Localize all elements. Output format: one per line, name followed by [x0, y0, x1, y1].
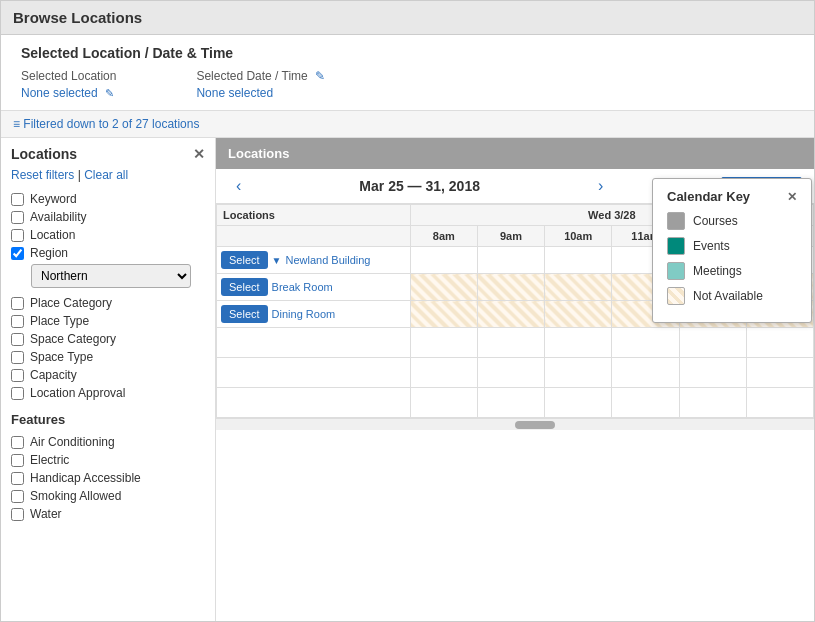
- filter-place-type: Place Type: [11, 314, 205, 328]
- empty-row: [217, 328, 814, 358]
- break-room-link[interactable]: Break Room: [272, 281, 333, 293]
- group-cell: Select ▼ Newland Building: [217, 247, 411, 274]
- avail-cell: [545, 247, 612, 274]
- region-checkbox[interactable]: [11, 247, 24, 260]
- location-cell: Select Dining Room: [217, 301, 411, 328]
- loc-spacer: [217, 226, 411, 247]
- filter-capacity: Capacity: [11, 368, 205, 382]
- features-section: Features Air Conditioning Electric Handi…: [11, 412, 205, 521]
- filter-icon: ≡: [13, 117, 20, 131]
- time-10am: 10am: [545, 226, 612, 247]
- space-type-checkbox[interactable]: [11, 351, 24, 364]
- space-type-label: Space Type: [30, 350, 93, 364]
- empty-row: [217, 388, 814, 418]
- dining-room-link[interactable]: Dining Room: [272, 308, 336, 320]
- meetings-label: Meetings: [693, 264, 742, 278]
- selected-datetime-label: Selected Date / Time ✎: [196, 69, 325, 83]
- courses-label: Courses: [693, 214, 738, 228]
- location-approval-checkbox[interactable]: [11, 387, 24, 400]
- availability-label: Availability: [30, 210, 86, 224]
- filter-links: Reset filters | Clear all: [11, 168, 205, 182]
- popup-close-button[interactable]: ✕: [787, 190, 797, 204]
- selected-location-group: Selected Location None selected ✎: [21, 69, 116, 100]
- select-breakroom-button[interactable]: Select: [221, 278, 268, 296]
- filter-place-category: Place Category: [11, 296, 205, 310]
- clear-all-link[interactable]: Clear all: [84, 168, 128, 182]
- air-conditioning-label: Air Conditioning: [30, 435, 115, 449]
- select-newland-button[interactable]: Select: [221, 251, 268, 269]
- meetings-swatch: [667, 262, 685, 280]
- feature-smoking: Smoking Allowed: [11, 489, 205, 503]
- place-type-checkbox[interactable]: [11, 315, 24, 328]
- place-category-checkbox[interactable]: [11, 297, 24, 310]
- horizontal-scrollbar[interactable]: [216, 418, 814, 430]
- smoking-label: Smoking Allowed: [30, 489, 121, 503]
- filter-availability: Availability: [11, 210, 205, 224]
- filter-space-type: Space Type: [11, 350, 205, 364]
- feature-air-conditioning: Air Conditioning: [11, 435, 205, 449]
- time-8am: 8am: [410, 226, 477, 247]
- next-week-button[interactable]: ›: [590, 177, 611, 195]
- selected-location-bar: Selected Location / Date & Time Selected…: [1, 35, 814, 111]
- filter-bar: ≡ Filtered down to 2 of 27 locations: [1, 111, 814, 138]
- scroll-thumb[interactable]: [515, 421, 555, 429]
- filter-section: Keyword Availability Location Region Nor…: [11, 192, 205, 400]
- selected-datetime-value[interactable]: None selected: [196, 86, 273, 100]
- electric-label: Electric: [30, 453, 69, 467]
- sidebar: Locations ✕ Reset filters | Clear all Ke…: [1, 138, 216, 622]
- place-type-label: Place Type: [30, 314, 89, 328]
- feature-handicap: Handicap Accessible: [11, 471, 205, 485]
- location-label: Location: [30, 228, 75, 242]
- selected-location-value[interactable]: None selected ✎: [21, 86, 114, 100]
- keyword-label: Keyword: [30, 192, 77, 206]
- selected-datetime-group: Selected Date / Time ✎ None selected: [196, 69, 325, 100]
- key-not-available: Not Available: [667, 287, 797, 305]
- location-checkbox[interactable]: [11, 229, 24, 242]
- capacity-label: Capacity: [30, 368, 77, 382]
- unavail-cell: [410, 274, 477, 301]
- key-events: Events: [667, 237, 797, 255]
- location-edit-icon[interactable]: ✎: [105, 87, 114, 99]
- unavail-cell: [477, 274, 544, 301]
- reset-filters-link[interactable]: Reset filters: [11, 168, 74, 182]
- availability-checkbox[interactable]: [11, 211, 24, 224]
- events-label: Events: [693, 239, 730, 253]
- feature-electric: Electric: [11, 453, 205, 467]
- keyword-checkbox[interactable]: [11, 193, 24, 206]
- handicap-label: Handicap Accessible: [30, 471, 141, 485]
- filter-location: Location: [11, 228, 205, 242]
- select-diningroom-button[interactable]: Select: [221, 305, 268, 323]
- unavail-cell: [477, 301, 544, 328]
- location-cell: Select Break Room: [217, 274, 411, 301]
- page-title: Browse Locations: [1, 1, 814, 35]
- popup-header: Calendar Key ✕: [667, 189, 797, 204]
- features-title: Features: [11, 412, 205, 427]
- smoking-checkbox[interactable]: [11, 490, 24, 503]
- filter-keyword: Keyword: [11, 192, 205, 206]
- unavail-cell: [410, 301, 477, 328]
- space-category-checkbox[interactable]: [11, 333, 24, 346]
- newland-building-link[interactable]: Newland Building: [285, 254, 370, 266]
- sidebar-close-button[interactable]: ✕: [193, 146, 205, 162]
- feature-water: Water: [11, 507, 205, 521]
- time-9am: 9am: [477, 226, 544, 247]
- triangle-icon: ▼: [272, 255, 282, 266]
- avail-cell: [410, 247, 477, 274]
- water-checkbox[interactable]: [11, 508, 24, 521]
- handicap-checkbox[interactable]: [11, 472, 24, 485]
- air-conditioning-checkbox[interactable]: [11, 436, 24, 449]
- region-select[interactable]: Northern Southern Eastern Western: [31, 264, 191, 288]
- filter-location-approval: Location Approval: [11, 386, 205, 400]
- filter-text: Filtered down to 2 of 27 locations: [23, 117, 199, 131]
- electric-checkbox[interactable]: [11, 454, 24, 467]
- locations-header: Locations: [216, 138, 814, 169]
- selected-location-label: Selected Location: [21, 69, 116, 83]
- empty-row: [217, 358, 814, 388]
- capacity-checkbox[interactable]: [11, 369, 24, 382]
- main-content: Locations ‹ Mar 25 — 31, 2018 › Calendar…: [216, 138, 814, 622]
- region-label: Region: [30, 246, 68, 260]
- datetime-edit-icon[interactable]: ✎: [315, 69, 325, 83]
- sidebar-header: Locations ✕: [11, 146, 205, 162]
- prev-week-button[interactable]: ‹: [228, 177, 249, 195]
- water-label: Water: [30, 507, 62, 521]
